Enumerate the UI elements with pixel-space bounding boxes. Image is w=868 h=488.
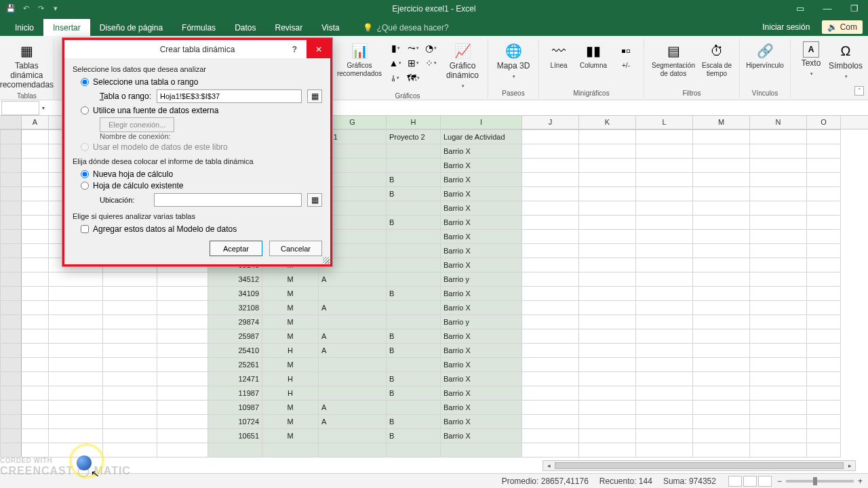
ok-button[interactable]: Aceptar bbox=[210, 241, 262, 256]
dialog-title: Crear tabla dinámica bbox=[160, 45, 235, 54]
tab-diseno[interactable]: Diseño de página bbox=[90, 19, 172, 36]
symbols-button[interactable]: Ω Símbolos bbox=[829, 40, 863, 82]
qat-dropdown-icon[interactable]: ▾ bbox=[50, 3, 61, 14]
zoom-in-icon[interactable]: + bbox=[858, 476, 863, 486]
name-box[interactable] bbox=[1, 101, 39, 115]
column-header-O[interactable]: O bbox=[807, 116, 841, 129]
status-count: Recuento: 144 bbox=[599, 476, 652, 486]
column-header-K[interactable]: K bbox=[579, 116, 636, 129]
undo-icon[interactable]: ↶ bbox=[20, 3, 31, 14]
column-header-N[interactable]: N bbox=[750, 116, 807, 129]
dialog-titlebar[interactable]: Crear tabla dinámica ? ✕ bbox=[62, 38, 332, 58]
dialog-section-multi: Elige si quieres analizar varias tablas bbox=[73, 212, 322, 220]
globe-icon: 🌐 bbox=[504, 41, 523, 60]
save-icon[interactable]: 💾 bbox=[5, 3, 16, 14]
share-button[interactable]: 🔉 Com bbox=[822, 20, 863, 34]
dialog-section-select: Seleccione los datos que desea analizar bbox=[73, 65, 322, 73]
pivot-table-icon: ▦ bbox=[17, 41, 36, 60]
location-input bbox=[154, 193, 302, 207]
sparkline-line-icon: 〰 bbox=[549, 41, 568, 60]
timeline-button[interactable]: ⏱ Escala de tiempo bbox=[700, 40, 734, 79]
group-label-tablas: Tablas bbox=[5, 91, 48, 101]
zoom-slider[interactable] bbox=[786, 480, 854, 483]
scroll-right-icon[interactable]: ▸ bbox=[844, 461, 855, 470]
dialog-help-button[interactable]: ? bbox=[283, 40, 307, 58]
range-input[interactable] bbox=[157, 89, 302, 103]
sign-in-button[interactable]: Iniciar sesión bbox=[757, 18, 815, 36]
pivot-table-button[interactable]: ▦ Tablas dinámicarecomendadas bbox=[7, 40, 46, 91]
choose-connection-button: Elegir conexión... bbox=[100, 117, 174, 132]
ribbon-options-icon[interactable]: ▭ bbox=[787, 0, 814, 17]
radio-data-model bbox=[81, 143, 89, 151]
dialog-close-button[interactable]: ✕ bbox=[307, 40, 330, 58]
create-pivot-table-dialog: Crear tabla dinámica ? ✕ Seleccione los … bbox=[62, 37, 333, 267]
chart-icon: 📊 bbox=[350, 41, 369, 60]
slicer-button[interactable]: ▤ Segmentación de datos bbox=[650, 40, 697, 79]
map-3d-button[interactable]: 🌐 Mapa 3D bbox=[494, 40, 533, 82]
line-chart-icon[interactable]: ⤳ bbox=[406, 41, 420, 55]
pivot-chart-icon: 📈 bbox=[453, 41, 472, 60]
screencast-watermark: CORDED WITH CREENCAST ◯ MATIC bbox=[0, 457, 131, 477]
redo-icon[interactable]: ↷ bbox=[35, 3, 46, 14]
view-pagebreak-button[interactable] bbox=[758, 476, 772, 487]
minimize-icon[interactable]: — bbox=[814, 0, 841, 17]
radio-new-sheet[interactable] bbox=[81, 170, 89, 178]
radio-existing-sheet[interactable] bbox=[81, 182, 89, 190]
tell-me-search[interactable]: 💡 ¿Qué desea hacer? bbox=[363, 23, 449, 36]
cancel-button[interactable]: Cancelar bbox=[269, 241, 322, 256]
dialog-section-place: Elija dónde desea colocar el informe de … bbox=[73, 157, 322, 165]
collapse-ribbon-icon[interactable]: ˄ bbox=[854, 86, 864, 96]
tab-formulas[interactable]: Fórmulas bbox=[172, 19, 225, 36]
chart-type-gallery[interactable]: ▮ ⤳ ◔ ▲ ⊞ ⁘ ⫰ 🗺 bbox=[389, 41, 440, 85]
tab-inicio[interactable]: Inicio bbox=[5, 19, 43, 36]
column-header-L[interactable]: L bbox=[636, 116, 693, 129]
recommended-charts-button[interactable]: 📊 Gráficos recomendados bbox=[333, 40, 386, 79]
textbox-icon: A bbox=[803, 41, 819, 58]
timeline-icon: ⏱ bbox=[707, 41, 726, 60]
column-header-M[interactable]: M bbox=[693, 116, 750, 129]
tab-insertar[interactable]: Insertar bbox=[43, 19, 90, 36]
window-title: Ejercicio excel1 - Excel bbox=[392, 4, 475, 14]
radio-select-range[interactable] bbox=[81, 78, 89, 86]
checkbox-add-to-model[interactable] bbox=[81, 225, 89, 233]
name-box-dropdown-icon[interactable]: ▼ bbox=[39, 106, 47, 110]
label-connection-name: Nombre de conexión: bbox=[100, 132, 322, 140]
sparkline-line-button[interactable]: 〰 Línea bbox=[545, 40, 573, 71]
collapse-dialog-icon[interactable]: ▦ bbox=[307, 89, 322, 103]
pie-chart-icon[interactable]: ◔ bbox=[424, 41, 437, 55]
column-header-H[interactable]: H bbox=[387, 116, 441, 129]
resize-grip[interactable] bbox=[323, 257, 330, 264]
sparkline-column-button[interactable]: ▮▮ Columna bbox=[576, 40, 611, 71]
title-bar: 💾 ↶ ↷ ▾ Ejercicio excel1 - Excel ▭ — ❐ bbox=[0, 0, 868, 17]
horizontal-scrollbar[interactable]: ◂ ▸ bbox=[542, 460, 856, 471]
pivot-chart-button[interactable]: 📈 Gráfico dinámico bbox=[443, 40, 482, 91]
scroll-thumb[interactable] bbox=[555, 462, 844, 469]
hyperlink-button[interactable]: 🔗 Hipervínculo bbox=[745, 40, 785, 71]
sparkline-column-icon: ▮▮ bbox=[584, 41, 603, 60]
tab-vista[interactable]: Vista bbox=[312, 19, 349, 36]
column-header-I[interactable]: I bbox=[441, 116, 522, 129]
collapse-location-icon[interactable]: ▦ bbox=[307, 193, 322, 207]
tab-datos[interactable]: Datos bbox=[225, 19, 265, 36]
column-header-J[interactable]: J bbox=[522, 116, 579, 129]
surface-chart-icon[interactable]: 🗺 bbox=[406, 71, 420, 85]
zoom-out-icon[interactable]: − bbox=[777, 476, 782, 486]
bar-chart-icon[interactable]: ▮ bbox=[389, 41, 402, 55]
text-button[interactable]: A Texto bbox=[796, 40, 826, 79]
area-chart-icon[interactable]: ▲ bbox=[389, 56, 402, 70]
select-all-corner[interactable] bbox=[0, 116, 22, 129]
winloss-icon: ▪▫ bbox=[616, 41, 635, 60]
combo-chart-icon[interactable]: ⫰ bbox=[389, 71, 402, 85]
sparkline-winloss-button[interactable]: ▪▫ +/- bbox=[614, 40, 638, 71]
view-normal-button[interactable] bbox=[728, 476, 742, 487]
tab-revisar[interactable]: Revisar bbox=[265, 19, 312, 36]
scroll-left-icon[interactable]: ◂ bbox=[543, 461, 554, 470]
label-range: Tabla o rango: bbox=[100, 92, 151, 101]
radio-external-source[interactable] bbox=[81, 106, 89, 115]
restore-icon[interactable]: ❐ bbox=[841, 0, 868, 17]
stats-chart-icon[interactable]: ⊞ bbox=[406, 56, 420, 70]
slicer-icon: ▤ bbox=[664, 41, 683, 60]
column-header-A[interactable]: A bbox=[22, 116, 49, 129]
scatter-chart-icon[interactable]: ⁘ bbox=[424, 56, 437, 70]
view-layout-button[interactable] bbox=[743, 476, 757, 487]
